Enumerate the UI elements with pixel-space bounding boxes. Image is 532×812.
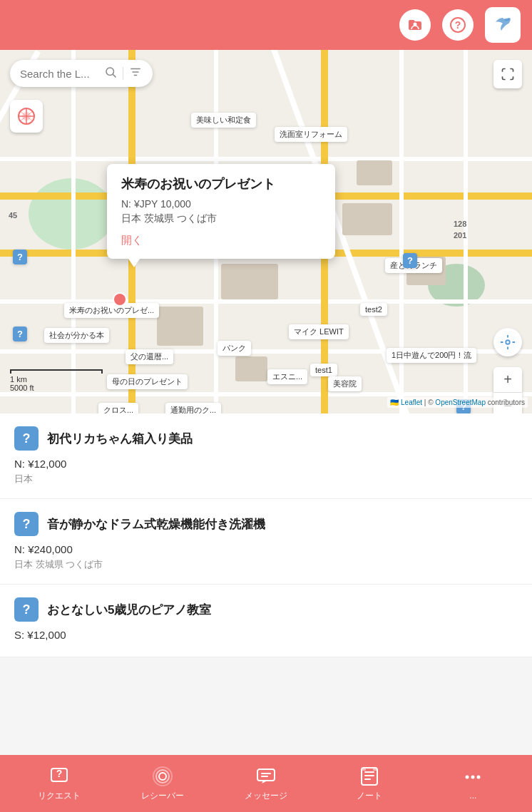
nav-item-note[interactable]: ノート: [348, 766, 391, 802]
location-button[interactable]: [493, 328, 522, 356]
popup-location: 日本 茨城県 つくば市: [121, 212, 321, 225]
popup-title: 米寿のお祝いのプレゼント: [121, 175, 321, 192]
item-price-1: N: ¥240,000: [14, 543, 518, 555]
nav-label-message: メッセージ: [245, 790, 287, 802]
nav-label-request: リクエスト: [38, 790, 81, 802]
svg-rect-20: [373, 768, 377, 771]
header: ?: [0, 0, 532, 50]
scale-line: [10, 369, 103, 374]
item-location-0: 日本: [14, 473, 518, 485]
nav-label-receiver: レシーバー: [141, 790, 184, 802]
road-number: 128: [454, 220, 466, 228]
search-icon[interactable]: [104, 66, 117, 81]
item-title-2: おとなしい5歳児のピアノ教室: [47, 602, 211, 618]
list-item[interactable]: ? おとなしい5歳児のピアノ教室 S: ¥12,000: [0, 585, 532, 657]
map-label[interactable]: 父の還暦...: [126, 349, 173, 364]
map-attribution: 🇺🇦 Leaflet | © OpenStreetMap contributor…: [387, 397, 528, 408]
nav-item-more[interactable]: ...: [451, 766, 494, 801]
svg-rect-17: [257, 769, 275, 781]
map-label[interactable]: エスニ...: [267, 369, 307, 384]
nav-item-message[interactable]: メッセージ: [245, 766, 287, 802]
map-question-badge[interactable]: ?: [403, 253, 417, 268]
receiver-icon: [152, 766, 173, 787]
list-item[interactable]: ? 音が静かなドラム式乾燥機能付き洗濯機 N: ¥240,000 日本 茨城県 …: [0, 499, 532, 585]
badge-label-1: ?: [23, 517, 31, 532]
satellite-button[interactable]: [10, 100, 43, 133]
svg-text:?: ?: [56, 768, 62, 779]
more-icon: [462, 766, 484, 788]
item-price-0: N: ¥12,000: [14, 458, 518, 470]
nav-item-request[interactable]: ? リクエスト: [38, 766, 81, 802]
svg-point-4: [106, 68, 114, 76]
item-title-0: 初代リカちゃん箱入り美品: [47, 431, 193, 447]
leaflet-link[interactable]: Leaflet: [401, 399, 422, 406]
badge-label-2: ?: [23, 602, 31, 617]
note-icon: [359, 766, 380, 787]
message-icon: [255, 766, 277, 787]
popup-open-button[interactable]: 開く: [121, 234, 321, 247]
item-badge-1: ?: [14, 512, 39, 536]
road-number: 45: [9, 211, 17, 220]
popup-price: N: ¥JPY 10,000: [121, 198, 321, 210]
map-label[interactable]: クロス...: [98, 403, 138, 413]
item-price-2: S: ¥12,000: [14, 629, 518, 641]
map-container[interactable]: 米寿のお祝いのプレゼント N: ¥JPY 10,000 日本 茨城県 つくば市 …: [0, 50, 532, 413]
item-location-1: 日本 茨城県 つくば市: [14, 558, 518, 571]
nav-label-more: ...: [469, 791, 476, 801]
svg-point-11: [506, 340, 510, 344]
zoom-in-button[interactable]: +: [493, 367, 522, 393]
map-label[interactable]: 社会が分かる本: [44, 328, 109, 343]
list-section: ? 初代リカちゃん箱入り美品 N: ¥12,000 日本 ? 音が静かなドラム式…: [0, 413, 532, 657]
map-label[interactable]: マイク LEWIT: [289, 324, 349, 339]
map-label[interactable]: 米寿のお祝いのプレゼ...: [64, 303, 159, 318]
scale-text-km: 1 km: [10, 375, 103, 384]
osm-link[interactable]: OpenStreetMap: [435, 399, 486, 406]
request-icon: ?: [48, 766, 70, 787]
svg-text:?: ?: [455, 19, 461, 31]
svg-point-21: [466, 776, 469, 779]
fullscreen-button[interactable]: [493, 60, 522, 88]
item-title-1: 音が静かなドラム式乾燥機能付き洗濯機: [47, 516, 265, 533]
nav-label-note: ノート: [357, 790, 382, 802]
map-label[interactable]: 通勤用のク...: [165, 403, 221, 413]
svg-point-3: [508, 19, 510, 21]
search-divider: [123, 67, 123, 80]
map-question-badge[interactable]: ?: [13, 250, 27, 264]
map-label[interactable]: test1: [310, 364, 337, 376]
item-badge-0: ?: [14, 426, 39, 451]
map-label[interactable]: 洗面室リフォーム: [275, 127, 347, 142]
bird-button[interactable]: [485, 7, 521, 43]
scale-text-ft: 5000 ft: [10, 384, 103, 392]
svg-rect-19: [362, 768, 366, 771]
map-label[interactable]: 美味しい和定食: [191, 113, 256, 128]
svg-point-15: [156, 770, 169, 783]
search-bar[interactable]: [10, 60, 153, 87]
map-scale: 1 km 5000 ft: [10, 369, 103, 392]
map-label[interactable]: 1日中遊んで200円！流: [387, 348, 476, 363]
map-label[interactable]: test2: [360, 303, 387, 316]
item-badge-2: ?: [14, 597, 39, 622]
map-popup: 米寿のお祝いのプレゼント N: ¥JPY 10,000 日本 茨城県 つくば市 …: [107, 164, 335, 259]
map-label[interactable]: 美容院: [328, 376, 362, 391]
map-marker-selected[interactable]: [113, 292, 127, 307]
svg-line-5: [113, 74, 116, 77]
road-number: 201: [454, 231, 466, 240]
folder-button[interactable]: [399, 9, 431, 41]
svg-point-14: [159, 773, 166, 780]
filter-icon[interactable]: [129, 66, 142, 81]
svg-point-23: [477, 776, 481, 779]
svg-point-22: [471, 776, 475, 779]
badge-label-0: ?: [23, 431, 31, 446]
search-input[interactable]: [20, 68, 98, 80]
map-label[interactable]: 母の日のプレゼント: [107, 374, 188, 389]
map-label[interactable]: パンク: [218, 341, 251, 356]
help-button[interactable]: ?: [442, 9, 474, 41]
bottom-navigation: ? リクエスト レシーバー メッセージ: [0, 755, 532, 812]
nav-item-receiver[interactable]: レシーバー: [141, 766, 184, 802]
map-question-badge[interactable]: ?: [13, 327, 27, 341]
list-item[interactable]: ? 初代リカちゃん箱入り美品 N: ¥12,000 日本: [0, 413, 532, 499]
